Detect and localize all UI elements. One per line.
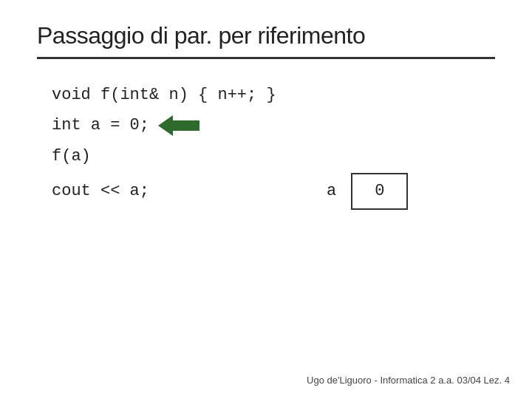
code-text-line1: void f(int& n) { n++; } (52, 81, 276, 109)
code-text-line2: int a = 0; (52, 112, 149, 139)
code-line-3: f(a) (52, 143, 495, 170)
value-display-row: cout << a; a 0 (52, 173, 495, 209)
left-arrow-icon (158, 115, 202, 136)
slide-title: Passaggio di par. per riferimento (37, 22, 495, 50)
code-text-line3: f(a) (52, 143, 91, 170)
title-divider (37, 57, 495, 59)
variable-label: a (327, 177, 336, 205)
slide-container: Passaggio di par. per riferimento void f… (0, 0, 532, 399)
value-box: 0 (351, 173, 408, 209)
arrow-indicator (158, 115, 202, 136)
code-section: void f(int& n) { n++; } int a = 0; f(a) … (52, 81, 495, 210)
code-text-line4: cout << a; (52, 177, 149, 205)
code-line-2: int a = 0; (52, 112, 495, 139)
footer-text: Ugo de'Liguoro - Informatica 2 a.a. 03/0… (307, 375, 510, 386)
code-line-1: void f(int& n) { n++; } (52, 81, 495, 109)
